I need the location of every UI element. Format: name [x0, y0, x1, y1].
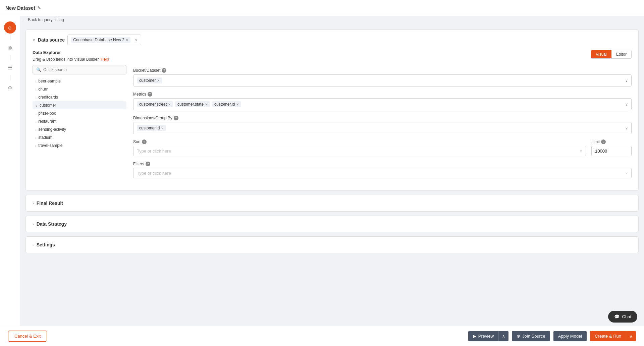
- back-link[interactable]: ← Back to query listing: [23, 17, 64, 22]
- filters-input[interactable]: Type or click here ∨: [133, 168, 632, 178]
- chat-label: Chat: [622, 314, 631, 319]
- create-run-button-group: Create & Run ∧: [590, 331, 636, 341]
- final-result-chevron-icon: ›: [33, 201, 34, 205]
- data-explorer-right: Visual Editor Bucket/Dataset ? customer …: [133, 50, 632, 184]
- chat-icon: 💬: [614, 314, 620, 319]
- play-icon: ▶: [473, 334, 476, 339]
- tree-item-sending-activity[interactable]: › sending-activity: [33, 125, 126, 133]
- limit-help-icon[interactable]: ?: [601, 139, 606, 144]
- settings-title: Settings: [37, 242, 55, 247]
- metrics-label: Metrics ?: [133, 92, 632, 97]
- ds-select-chevron-icon: ∨: [135, 38, 138, 42]
- visual-button[interactable]: Visual: [591, 50, 611, 58]
- join-icon: ⊕: [517, 334, 520, 339]
- ds-select-value: Couchbase Database New 2 ✕: [71, 37, 133, 43]
- data-source-chevron: ∨: [33, 38, 35, 42]
- tree-chevron-icon: ›: [35, 144, 36, 148]
- sidebar-icon-eye[interactable]: ◎: [4, 42, 16, 54]
- dimensions-label: Dimensions/Group By ?: [133, 116, 632, 120]
- bucket-tag-remove-icon[interactable]: ✕: [157, 79, 160, 82]
- sort-label: Sort ?: [133, 139, 586, 144]
- tree-chevron-icon: ›: [35, 112, 36, 115]
- help-link[interactable]: Help: [101, 57, 109, 62]
- search-box[interactable]: 🔍: [33, 65, 126, 74]
- settings-header[interactable]: › Settings: [26, 237, 638, 253]
- cancel-exit-button[interactable]: Cancel & Exit: [8, 331, 47, 342]
- tree-item-pfizer-poc[interactable]: › pfizer-poc: [33, 109, 126, 117]
- dimension-tag-id-remove[interactable]: ✕: [161, 126, 164, 130]
- bucket-chevron-icon: ∨: [625, 78, 628, 83]
- tree-item-customer[interactable]: ∨ customer: [33, 101, 126, 109]
- chat-button[interactable]: 💬 Chat: [608, 311, 637, 323]
- tree-item-travel-sample[interactable]: › travel-sample: [33, 141, 126, 150]
- filters-chevron-icon: ∨: [625, 171, 628, 175]
- preview-button[interactable]: ▶ Preview: [468, 331, 498, 341]
- data-explorer-layout: Data Explorer Drag & Drop fields into Vi…: [26, 50, 638, 190]
- metrics-input[interactable]: customer.street ✕ customer.state ✕ custo…: [133, 98, 632, 110]
- tree-chevron-icon: ›: [35, 128, 36, 131]
- final-result-title: Final Result: [37, 200, 63, 206]
- metric-tag-street: customer.street ✕: [137, 101, 173, 107]
- bucket-input[interactable]: customer ✕ ∨: [133, 74, 632, 86]
- dimensions-help-icon[interactable]: ?: [174, 116, 178, 120]
- search-icon: 🔍: [36, 67, 41, 72]
- edit-title-icon[interactable]: ✎: [37, 5, 41, 10]
- tree-list: › beer-sample › churn › creditcards ∨ cu…: [33, 77, 126, 150]
- apply-model-button[interactable]: Apply Model: [553, 331, 587, 341]
- page-title-area: New Dataset ✎: [5, 5, 41, 11]
- ds-tag-remove-icon[interactable]: ✕: [126, 38, 128, 42]
- data-source-section: ∨ Data source Couchbase Database New 2 ✕…: [25, 30, 639, 191]
- metrics-help-icon[interactable]: ?: [148, 92, 152, 97]
- sidebar-icon-list[interactable]: ☰: [4, 62, 16, 74]
- metrics-row: Metrics ? customer.street ✕ customer.sta…: [133, 92, 632, 110]
- limit-label: Limit ?: [591, 139, 632, 144]
- settings-chevron-icon: ›: [33, 243, 34, 247]
- preview-dropdown-button[interactable]: ∧: [498, 331, 508, 341]
- top-bar: New Dataset ✎: [0, 0, 644, 16]
- settings-section: › Settings: [25, 236, 639, 253]
- metric-tag-street-remove[interactable]: ✕: [168, 103, 171, 106]
- ds-tag: Couchbase Database New 2 ✕: [71, 37, 130, 43]
- main-content: ∨ Data source Couchbase Database New 2 ✕…: [20, 16, 644, 346]
- limit-col: Limit ?: [591, 139, 632, 156]
- bucket-help-icon[interactable]: ?: [162, 68, 166, 73]
- tree-chevron-icon: ∨: [35, 104, 38, 107]
- sidebar-icon-gear[interactable]: ⚙: [4, 82, 16, 94]
- sort-col: Sort ? Type or click here ∨: [133, 139, 586, 156]
- tree-chevron-icon: ›: [35, 79, 36, 83]
- final-result-section: › Final Result: [25, 195, 639, 212]
- create-run-button[interactable]: Create & Run: [590, 331, 626, 341]
- limit-input[interactable]: [591, 146, 632, 156]
- bottom-toolbar: Cancel & Exit ▶ Preview ∧ ⊕ Join Source …: [0, 326, 644, 346]
- tree-item-beer-sample[interactable]: › beer-sample: [33, 77, 126, 85]
- data-source-header[interactable]: ∨ Data source Couchbase Database New 2 ✕…: [26, 30, 638, 50]
- bucket-label: Bucket/Dataset ?: [133, 68, 632, 73]
- final-result-header[interactable]: › Final Result: [26, 195, 638, 211]
- filters-help-icon[interactable]: ?: [146, 162, 150, 166]
- data-strategy-header[interactable]: › Data Strategy: [26, 216, 638, 232]
- metric-tag-state-remove[interactable]: ✕: [205, 103, 208, 106]
- create-run-dropdown-button[interactable]: ∧: [626, 331, 636, 341]
- sidebar-connector-2: [10, 55, 10, 60]
- tree-item-churn[interactable]: › churn: [33, 85, 126, 93]
- tree-chevron-icon: ›: [35, 88, 36, 91]
- preview-button-group: ▶ Preview ∧: [468, 331, 508, 341]
- dimensions-input[interactable]: customer.id ✕ ∨: [133, 122, 632, 134]
- tree-item-creditcards[interactable]: › creditcards: [33, 93, 126, 101]
- data-strategy-chevron-icon: ›: [33, 222, 34, 226]
- tree-chevron-icon: ›: [35, 96, 36, 99]
- tree-item-stadium[interactable]: › stadium: [33, 133, 126, 141]
- left-sidebar: ☺ ◎ ☰ ⚙: [0, 16, 20, 326]
- editor-button[interactable]: Editor: [611, 50, 631, 58]
- search-input[interactable]: [43, 67, 123, 72]
- sort-help-icon[interactable]: ?: [142, 139, 147, 144]
- join-source-button[interactable]: ⊕ Join Source: [512, 331, 550, 341]
- metric-tag-id-remove[interactable]: ✕: [236, 103, 239, 106]
- data-source-select[interactable]: Couchbase Database New 2 ✕ ∨: [67, 35, 141, 45]
- bucket-tag: customer ✕: [137, 77, 162, 83]
- sort-input[interactable]: Type or click here ∨: [133, 146, 586, 156]
- filters-label: Filters ?: [133, 162, 632, 166]
- tree-item-restaurant[interactable]: › restaurant: [33, 117, 126, 125]
- sidebar-icon-user[interactable]: ☺: [4, 21, 16, 34]
- data-source-title: Data source: [38, 37, 65, 43]
